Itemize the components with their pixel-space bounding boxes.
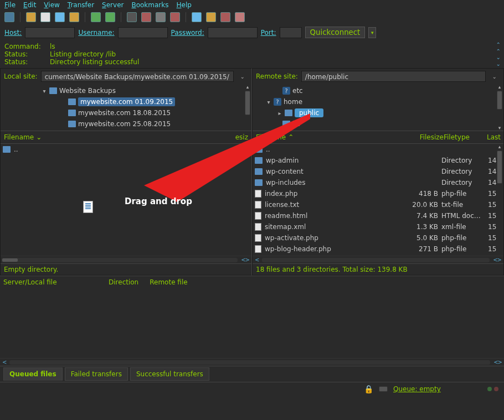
list-item[interactable]: readme.html7.4 KBHTML doc…15 xyxy=(253,210,503,221)
menu-help[interactable]: Help xyxy=(177,1,192,9)
log-scroll-down[interactable]: ⌄⌄ xyxy=(496,54,501,67)
list-item[interactable]: wp-activate.php5.0 KBphp-file15 xyxy=(253,232,503,243)
remote-status: 18 files and 3 directories. Total size: … xyxy=(253,263,503,275)
activity-send-icon xyxy=(494,387,498,391)
pass-input[interactable] xyxy=(208,27,258,38)
file-icon xyxy=(255,223,261,231)
list-item[interactable]: wp-blog-header.php271 Bphp-file15 xyxy=(253,243,503,255)
tree-item[interactable]: mywebsite.com 01.09.2015 xyxy=(1,96,251,107)
compare-icon[interactable] xyxy=(105,12,115,22)
menu-view[interactable]: View xyxy=(44,1,59,9)
local-list-header[interactable]: Filename⌄ esiz xyxy=(1,131,251,144)
unknown-folder-icon: ? xyxy=(282,87,290,95)
local-hscroll[interactable]: <> xyxy=(1,256,251,263)
toolbar xyxy=(0,10,504,24)
headphones-icon[interactable] xyxy=(235,12,245,22)
remote-path-input[interactable]: /home/public xyxy=(301,71,486,82)
toggle-tree-icon[interactable] xyxy=(40,12,50,22)
menu-edit[interactable]: Edit xyxy=(23,1,36,9)
file-icon xyxy=(255,190,261,198)
server-icon[interactable] xyxy=(379,386,388,392)
local-path-input[interactable]: cuments/Website Backups/mywebsite.com 01… xyxy=(41,71,234,82)
tab-successful[interactable]: Successful transfers xyxy=(130,367,209,381)
filter-icon[interactable] xyxy=(127,12,137,22)
menu-server[interactable]: Server xyxy=(102,1,124,9)
toggle-queue-icon[interactable] xyxy=(55,12,65,22)
list-item[interactable]: .. xyxy=(253,144,503,155)
remote-tree[interactable]: ?etc▾?home▸publiclib▴▾ xyxy=(253,84,503,131)
list-item[interactable]: .. xyxy=(1,144,251,155)
user-input[interactable] xyxy=(118,27,168,38)
remote-path-dropdown[interactable]: ⌄ xyxy=(489,74,500,80)
local-list[interactable]: .. xyxy=(1,144,251,256)
tree-item[interactable]: lib xyxy=(253,118,503,129)
queue-status[interactable]: Queue: empty xyxy=(393,385,482,393)
tree-item[interactable]: ▾?home xyxy=(253,96,503,107)
list-item[interactable]: wp-adminDirectory14 xyxy=(253,155,503,166)
footer: 🔒 Queue: empty xyxy=(0,382,504,396)
folder-icon xyxy=(3,146,11,153)
file-icon xyxy=(255,234,261,242)
sync-browse-icon[interactable] xyxy=(91,12,101,22)
remote-list-header[interactable]: Filename⌃ Filesize Filetype Last xyxy=(253,131,503,144)
list-item[interactable]: wp-includesDirectory14 xyxy=(253,177,503,188)
queue-hscroll[interactable]: <<> xyxy=(0,358,504,366)
tree-item[interactable]: ▸public xyxy=(253,107,503,118)
menu-file[interactable]: File xyxy=(4,1,16,9)
folder-icon xyxy=(49,87,57,94)
folder-icon xyxy=(282,121,290,127)
remote-tree-scrollbar[interactable]: ▴▾ xyxy=(496,84,503,131)
folder-icon xyxy=(68,110,76,116)
folder-icon xyxy=(285,110,292,116)
list-item[interactable]: license.txt20.0 KBtxt-file15 xyxy=(253,199,503,210)
lock-icon[interactable]: 🔒 xyxy=(364,385,373,393)
folder-icon xyxy=(255,146,263,153)
disconnect-icon[interactable] xyxy=(192,12,202,22)
cancel-icon[interactable] xyxy=(170,12,180,22)
annotation-doc-icon xyxy=(83,201,93,213)
quickconnect-dropdown[interactable]: ▾ xyxy=(368,27,376,38)
tree-item[interactable]: mywebsite.com 18.08.2015 xyxy=(1,107,251,118)
menu-transfer[interactable]: Transfer xyxy=(68,1,94,9)
list-item[interactable]: wp-contentDirectory14 xyxy=(253,166,503,177)
remote-list-scrollbar[interactable]: ▴ xyxy=(496,144,503,256)
quickconnect-bar: Host: Username: Password: Port: Quickcon… xyxy=(0,24,504,40)
local-tree-scrollbar[interactable]: ▴ xyxy=(244,84,251,131)
recursive-icon[interactable] xyxy=(141,12,151,22)
file-icon xyxy=(255,212,261,220)
host-input[interactable] xyxy=(25,27,75,38)
reconnect-icon[interactable] xyxy=(156,12,166,22)
menu-bookmarks[interactable]: Bookmarks xyxy=(131,1,168,9)
local-pane: Local site: cuments/Website Backups/mywe… xyxy=(0,68,252,276)
pass-label: Password: xyxy=(171,29,204,37)
tab-failed[interactable]: Failed transfers xyxy=(65,367,128,381)
local-path-dropdown[interactable]: ⌄ xyxy=(237,74,248,80)
site-split: Local site: cuments/Website Backups/mywe… xyxy=(0,68,504,276)
list-item[interactable]: index.php418 Bphp-file15 xyxy=(253,188,503,199)
local-status: Empty directory. xyxy=(1,263,251,275)
tab-queued[interactable]: Queued files xyxy=(3,367,63,381)
folder-icon xyxy=(255,157,263,164)
search-icon[interactable] xyxy=(206,12,216,22)
remote-site-label: Remote site: xyxy=(256,72,298,80)
remote-list[interactable]: ..wp-adminDirectory14wp-contentDirectory… xyxy=(253,144,503,256)
bookmark-icon[interactable] xyxy=(220,12,230,22)
toggle-log-icon[interactable] xyxy=(26,12,36,22)
log-scroll-up[interactable]: ⌃⌃ xyxy=(496,42,501,54)
menu-bar: File Edit View Transfer Server Bookmarks… xyxy=(0,0,504,10)
queue-header[interactable]: Server/Local file Direction Remote file xyxy=(0,276,504,288)
local-tree[interactable]: ▾Website Backupsmywebsite.com 01.09.2015… xyxy=(1,84,251,131)
tree-item[interactable]: ▾Website Backups xyxy=(1,85,251,96)
refresh-icon[interactable] xyxy=(69,12,79,22)
list-item[interactable]: sitemap.xml1.3 KBxml-file15 xyxy=(253,221,503,232)
port-input[interactable] xyxy=(280,27,302,38)
remote-hscroll[interactable]: <<> xyxy=(253,256,503,263)
site-manager-icon[interactable] xyxy=(4,12,14,22)
local-site-label: Local site: xyxy=(4,72,38,80)
folder-icon xyxy=(255,179,263,186)
tree-item[interactable]: ?etc xyxy=(253,85,503,96)
tree-item[interactable]: mywebsite.com 25.08.2015 xyxy=(1,118,251,129)
host-label: Host: xyxy=(4,29,22,37)
quickconnect-button[interactable]: Quickconnect xyxy=(305,27,366,38)
queue-tabs: Queued files Failed transfers Successful… xyxy=(0,366,504,382)
